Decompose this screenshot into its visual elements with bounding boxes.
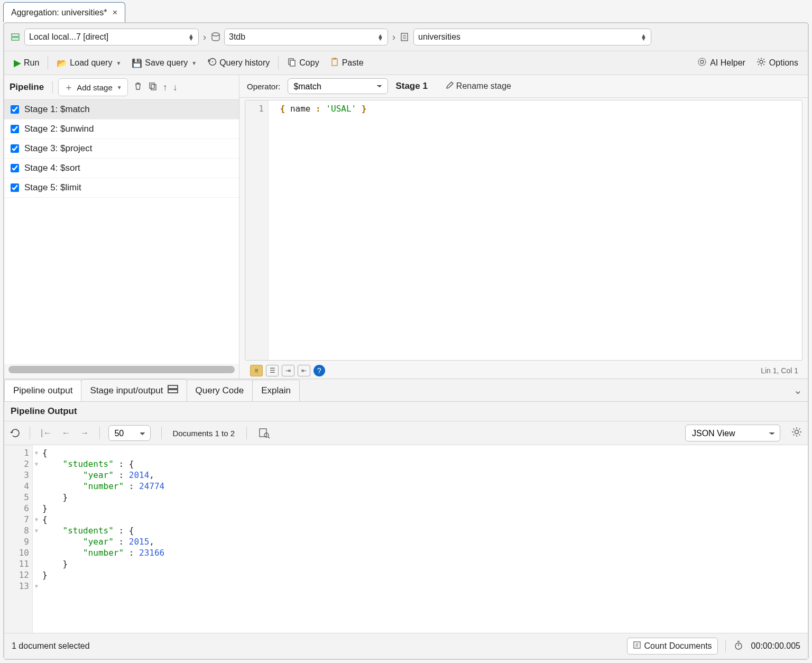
pencil-icon	[446, 81, 454, 91]
tab-pipeline-output[interactable]: Pipeline output	[4, 380, 81, 401]
stage-item-5[interactable]: Stage 5: $limit	[4, 178, 239, 198]
ai-label: AI Helper	[710, 58, 745, 68]
view-mode-4-icon[interactable]: ⇤	[298, 365, 310, 376]
rename-stage-button[interactable]: Rename stage	[446, 81, 511, 91]
scrollbar[interactable]	[8, 366, 235, 373]
svg-rect-12	[333, 58, 336, 60]
stage-item-1[interactable]: Stage 1: $match	[4, 100, 239, 119]
prev-page-icon[interactable]: ←	[59, 427, 72, 439]
stage-label: Stage 2: $unwind	[24, 124, 94, 134]
tab-title: Aggregation: universities*	[11, 8, 107, 17]
count-documents-button[interactable]: # Count Documents	[627, 638, 718, 655]
svg-rect-0	[12, 34, 19, 36]
database-value: 3tdb	[229, 32, 245, 42]
save-query-button[interactable]: 💾 Save query ▼	[127, 55, 201, 71]
move-down-icon[interactable]: ↓	[173, 82, 178, 93]
stage-checkbox[interactable]	[11, 183, 19, 192]
svg-rect-16	[150, 83, 154, 88]
refresh-icon[interactable]	[10, 427, 21, 439]
chevron-down-icon[interactable]: ⌄	[793, 384, 802, 397]
history-label: Query history	[219, 58, 270, 68]
close-icon[interactable]: ×	[112, 7, 117, 18]
gear-icon[interactable]	[791, 426, 802, 440]
paste-icon	[330, 57, 339, 69]
separator	[278, 56, 279, 70]
copy-button[interactable]: Copy	[283, 54, 323, 72]
dropdown-icon: ▼	[117, 85, 122, 90]
svg-rect-20	[260, 429, 266, 437]
save-label: Save query	[145, 58, 188, 68]
move-up-icon[interactable]: ↑	[163, 82, 168, 93]
run-label: Run	[24, 58, 39, 68]
stage-item-2[interactable]: Stage 2: $unwind	[4, 119, 239, 139]
code-editor[interactable]: 1 { name : 'USAL' }	[245, 100, 802, 361]
connection-value: Local local...7 [direct]	[29, 32, 108, 42]
collection-value: universities	[418, 32, 460, 42]
svg-rect-11	[332, 59, 337, 66]
folder-icon: 📂	[57, 58, 67, 68]
execution-time: 00:00:00.005	[751, 641, 800, 651]
tab-explain[interactable]: Explain	[252, 380, 300, 401]
play-icon: ▶	[14, 57, 21, 69]
first-page-icon[interactable]: |←	[39, 427, 54, 439]
trash-icon[interactable]	[133, 81, 143, 94]
ai-helper-button[interactable]: AI Helper	[693, 53, 750, 72]
output-code[interactable]: 12345678910111213 ▼▼▼▼▼ { "students" : {…	[4, 445, 808, 633]
stage-label: Stage 1: $match	[24, 104, 90, 115]
operator-select[interactable]: $match	[288, 78, 388, 94]
chevron-right-icon: ›	[391, 32, 396, 43]
tab-label: Stage input/output	[90, 385, 163, 396]
plus-icon: ＋	[64, 81, 73, 94]
tab-aggregation[interactable]: Aggregation: universities* ×	[3, 2, 125, 22]
gear-icon	[756, 57, 767, 69]
view-mode-2-icon[interactable]: ☰	[266, 365, 279, 376]
stage-label: Stage 4: $sort	[24, 163, 80, 173]
stage-item-3[interactable]: Stage 3: $project	[4, 139, 239, 159]
dropdown-icon: ▼	[191, 60, 197, 66]
tab-query-code[interactable]: Query Code	[187, 380, 253, 401]
run-button[interactable]: ▶ Run	[10, 54, 43, 72]
stage-list: Stage 1: $matchStage 2: $unwindStage 3: …	[4, 100, 239, 364]
history-button[interactable]: Query history	[203, 54, 274, 72]
view-mode-3-icon[interactable]: ⇥	[282, 365, 294, 376]
svg-rect-10	[290, 60, 295, 66]
paste-label: Paste	[342, 58, 364, 68]
collection-icon	[400, 32, 410, 42]
view-mode-1-icon[interactable]: ≡	[250, 365, 263, 376]
split-view-icon	[168, 385, 178, 396]
duplicate-icon[interactable]	[148, 81, 158, 94]
stage-checkbox[interactable]	[11, 105, 19, 114]
operator-label: Operator:	[247, 82, 280, 91]
paste-button[interactable]: Paste	[326, 54, 368, 72]
find-icon[interactable]	[259, 427, 270, 439]
server-icon	[11, 32, 21, 42]
stage-checkbox[interactable]	[11, 164, 19, 172]
add-stage-button[interactable]: ＋ Add stage ▼	[58, 78, 127, 96]
options-button[interactable]: Options	[752, 53, 802, 72]
collection-dropdown[interactable]: universities ▲▼	[413, 29, 651, 45]
stage-label: Stage 1	[395, 81, 427, 91]
updown-icon: ▲▼	[641, 34, 647, 40]
document-range: Documents 1 to 2	[172, 429, 235, 438]
load-label: Load query	[70, 58, 112, 68]
dropdown-icon: ▼	[116, 60, 121, 66]
help-icon[interactable]: ?	[313, 365, 325, 376]
svg-text:#: #	[635, 642, 639, 648]
updown-icon: ▲▼	[377, 34, 383, 40]
next-page-icon[interactable]: →	[78, 427, 91, 439]
load-query-button[interactable]: 📂 Load query ▼	[52, 55, 125, 71]
history-icon	[207, 57, 217, 69]
connection-dropdown[interactable]: Local local...7 [direct] ▲▼	[24, 29, 199, 45]
page-size-select[interactable]: 50	[108, 425, 151, 441]
tab-stage-io[interactable]: Stage input/output	[81, 379, 187, 401]
stage-checkbox[interactable]	[11, 125, 19, 133]
cursor-position: Lin 1, Col 1	[761, 366, 805, 375]
output-title: Pipeline Output	[4, 402, 808, 421]
svg-rect-18	[168, 385, 178, 389]
separator	[48, 56, 48, 70]
stage-checkbox[interactable]	[11, 144, 19, 153]
database-dropdown[interactable]: 3tdb ▲▼	[224, 29, 388, 45]
stage-label: Stage 5: $limit	[24, 182, 81, 193]
view-select[interactable]: JSON View	[685, 425, 780, 441]
stage-item-4[interactable]: Stage 4: $sort	[4, 159, 239, 178]
